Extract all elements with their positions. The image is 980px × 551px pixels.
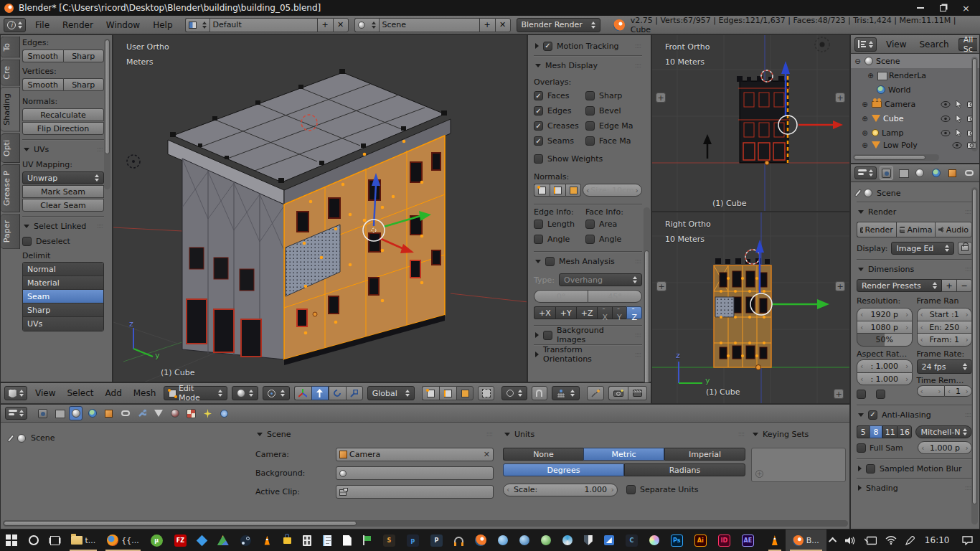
display-mode-menu[interactable]: Image Ed: [891, 242, 954, 255]
collapse-icon[interactable]: [854, 57, 862, 65]
loose-edge-normals-toggle[interactable]: [550, 184, 565, 197]
add-layout-button[interactable]: +: [317, 18, 333, 32]
visibility-eye-icon[interactable]: [941, 101, 951, 108]
proportional-edit-menu[interactable]: [501, 386, 527, 400]
outliner-row-world[interactable]: World: [851, 83, 979, 97]
panel-grip-icon[interactable]: [635, 42, 641, 50]
volume-tray-button[interactable]: [841, 529, 860, 551]
steam-button[interactable]: [235, 529, 257, 551]
outliner-row-scene[interactable]: Scene: [851, 54, 979, 68]
frame-end-field[interactable]: En: 250: [917, 321, 973, 334]
unit-imperial-button[interactable]: Imperial: [664, 448, 745, 461]
unit-scale-slider[interactable]: Scale:1.000: [503, 484, 618, 496]
panel-grip-icon[interactable]: [965, 484, 971, 491]
mark-seam-button[interactable]: Mark Seam: [22, 185, 104, 198]
outliner-menu-search[interactable]: Search: [915, 39, 952, 50]
view3d-menu-mesh[interactable]: Mesh: [130, 388, 160, 398]
scale-manipulator-toggle[interactable]: [346, 386, 363, 400]
snap-target-button[interactable]: [587, 386, 604, 400]
checkbox-icon[interactable]: [534, 91, 543, 100]
expand-icon[interactable]: [861, 141, 869, 149]
expand-icon[interactable]: [867, 72, 875, 80]
outliner-row-renderlayers[interactable]: RenderLa: [851, 68, 979, 83]
vertex-normals-toggle[interactable]: [534, 184, 550, 197]
pdf-app-button[interactable]: P: [425, 529, 448, 551]
tab-options[interactable]: Opti: [1, 133, 20, 163]
unit-metric-button[interactable]: Metric: [583, 448, 664, 461]
frame-start-field[interactable]: Start :1: [917, 308, 973, 321]
tab-constraints[interactable]: [118, 406, 132, 420]
time-remap-old-field[interactable]: [917, 385, 944, 397]
google-drive-button[interactable]: [212, 529, 235, 551]
filezilla-button[interactable]: FZ: [169, 529, 192, 551]
rotation-degrees-button[interactable]: Degrees: [503, 463, 624, 476]
mesh-display-panel-header[interactable]: Mesh Display: [534, 57, 642, 73]
aspect-x-field[interactable]: : 1.000: [857, 359, 913, 372]
tab-shading[interactable]: Shading: [1, 87, 20, 132]
clear-icon[interactable]: ✕: [484, 450, 490, 459]
background-images-checkbox[interactable]: [543, 331, 552, 340]
panel-grip-icon[interactable]: [486, 430, 492, 438]
transform-orientation-menu[interactable]: Global: [367, 386, 415, 400]
panel-grip-icon[interactable]: [635, 258, 641, 265]
aa-samples-11-button[interactable]: 11: [882, 425, 897, 438]
panel-grip-icon[interactable]: [738, 430, 744, 438]
edge-length-checkbox[interactable]: Length: [534, 217, 585, 232]
manipulator-axes-toggle[interactable]: [294, 386, 311, 400]
frame-rate-menu[interactable]: 24 fps: [917, 359, 973, 374]
wise-app-1-button[interactable]: [492, 529, 514, 551]
render-button[interactable]: Render: [857, 222, 896, 237]
region-expand-button[interactable]: +: [656, 281, 666, 291]
unwrap-menu[interactable]: Unwrap: [22, 171, 104, 184]
visibility-eye-icon[interactable]: [941, 116, 951, 122]
axis-plus-x-button[interactable]: +X: [534, 306, 555, 319]
tool-shelf-scrollbar[interactable]: [104, 39, 110, 189]
checkbox-icon[interactable]: [534, 136, 543, 146]
visibility-eye-icon[interactable]: [952, 142, 962, 149]
tab-paper[interactable]: Paper: [1, 214, 20, 249]
checkbox-icon[interactable]: [585, 235, 595, 244]
checkbox-icon[interactable]: [585, 220, 595, 229]
tab-world[interactable]: [85, 406, 99, 420]
vertex-select-mode-button[interactable]: [422, 386, 439, 400]
tab-physics[interactable]: [217, 406, 231, 420]
mode-menu[interactable]: Edit Mode: [164, 386, 227, 400]
render-presets-menu[interactable]: Render Presets: [857, 279, 942, 292]
tab-object[interactable]: [946, 166, 959, 180]
firefox-task[interactable]: {{...: [101, 529, 145, 551]
edges-sharp-button[interactable]: Sharp: [63, 50, 105, 62]
snap-element-menu[interactable]: [552, 386, 580, 400]
viewport-canvas[interactable]: [113, 35, 527, 382]
tab-data[interactable]: [151, 406, 165, 420]
indesign-button[interactable]: ID: [712, 529, 736, 551]
checkbox-icon[interactable]: [534, 106, 543, 116]
tab-render[interactable]: [36, 406, 50, 420]
analysis-type-menu[interactable]: Overhang: [559, 273, 642, 286]
checkbox-icon[interactable]: [534, 235, 543, 244]
face-normals-toggle[interactable]: [565, 184, 581, 197]
nik-app-button[interactable]: [598, 529, 620, 551]
checkbox-icon[interactable]: [585, 121, 595, 131]
opengl-render-animation-button[interactable]: [628, 386, 647, 400]
publisher-button[interactable]: p: [401, 529, 425, 551]
active-clip-field[interactable]: [336, 485, 494, 499]
calculator-button[interactable]: [297, 529, 317, 551]
expand-icon[interactable]: [861, 115, 869, 123]
tab-render-layers[interactable]: [896, 166, 910, 180]
notepad-button[interactable]: [317, 529, 337, 551]
blender-pinned-button[interactable]: [469, 529, 492, 551]
overlay-faces[interactable]: Faces: [534, 88, 585, 103]
menu-file[interactable]: File: [32, 20, 53, 30]
transform-orientations-panel-header[interactable]: Transform Orientations: [534, 347, 642, 362]
render-panel-header[interactable]: Render: [857, 204, 972, 220]
scene-icon-button[interactable]: [354, 18, 379, 32]
axis-minus-y-button[interactable]: -Y: [612, 306, 626, 319]
tab-render-layers[interactable]: [52, 406, 66, 420]
rotation-radians-button[interactable]: Radians: [624, 463, 745, 476]
outliner-display-mode-select[interactable]: All Sc: [958, 38, 978, 51]
panel-grip-icon[interactable]: [965, 208, 971, 215]
aa-samples-5-button[interactable]: 5: [857, 425, 870, 438]
axis-plus-y-button[interactable]: +Y: [555, 306, 576, 319]
overlay-edges[interactable]: Edges: [534, 103, 585, 118]
tab-create[interactable]: Cre: [1, 60, 20, 86]
